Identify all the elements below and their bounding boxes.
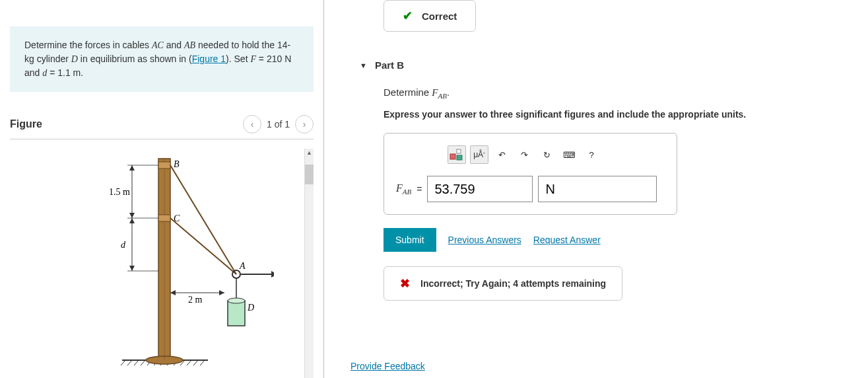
svg-rect-40	[450, 154, 455, 159]
var-ac: AC	[152, 40, 164, 50]
svg-marker-21	[129, 213, 135, 218]
svg-line-12	[193, 360, 198, 365]
svg-marker-32	[271, 271, 274, 278]
determine-text: Determine FAB.	[384, 87, 842, 100]
part-b-header[interactable]: ▼ Part B	[360, 52, 842, 87]
label-width: 2 m	[188, 295, 203, 305]
svg-line-29	[170, 218, 236, 274]
answer-row: FAB =	[396, 176, 657, 202]
figure-next-button[interactable]: ›	[295, 115, 314, 133]
templates-icon	[450, 149, 464, 161]
svg-rect-41	[457, 149, 461, 153]
help-button[interactable]: ?	[582, 145, 601, 164]
svg-line-1	[121, 360, 125, 365]
units-button[interactable]: μÅ °	[470, 145, 488, 164]
figure-counter: 1 of 1	[267, 119, 290, 130]
problem-text: Determine the forces in cables	[24, 40, 152, 50]
previous-answers-link[interactable]: Previous Answers	[448, 235, 521, 245]
figure-link[interactable]: Figure 1	[192, 54, 226, 64]
answer-unit-input[interactable]	[538, 176, 657, 202]
figure-nav: ‹ 1 of 1 ›	[243, 115, 314, 133]
submit-row: Submit Previous Answers Request Answer	[384, 228, 842, 252]
figure-area: B C 1.5 m d A F	[10, 149, 314, 378]
svg-line-4	[141, 360, 145, 365]
part-b-feedback: ✖ Incorrect; Try Again; 4 attempts remai…	[384, 266, 622, 301]
svg-marker-25	[129, 218, 135, 223]
svg-line-2	[127, 360, 132, 365]
svg-marker-20	[129, 165, 135, 170]
var-d-cyl: D	[71, 54, 78, 64]
svg-line-3	[134, 360, 139, 365]
instruction-text: Express your answer to three significant…	[384, 109, 842, 120]
svg-point-35	[228, 298, 245, 303]
label-d-cyl: D	[247, 303, 254, 313]
answer-toolbar: μÅ ° ↶ ↷ ↻ ⌨ ?	[448, 145, 657, 164]
request-answer-link[interactable]: Request Answer	[533, 235, 601, 245]
part-b-title: Part B	[375, 59, 404, 71]
answer-var-label: FAB	[396, 182, 411, 196]
label-b: B	[174, 159, 180, 169]
provide-feedback-link[interactable]: Provide Feedback	[351, 361, 425, 371]
scroll-up-icon[interactable]: ▲	[305, 149, 314, 157]
figure-title: Figure	[10, 118, 42, 130]
caret-down-icon: ▼	[360, 61, 367, 69]
svg-rect-42	[457, 155, 462, 160]
var-ab: AB	[184, 40, 195, 50]
problem-statement: Determine the forces in cables AC and AB…	[10, 26, 314, 92]
svg-line-13	[200, 360, 205, 365]
correct-text: Correct	[422, 11, 457, 22]
keyboard-button[interactable]: ⌨	[560, 145, 578, 164]
var-f: F	[250, 54, 256, 64]
figure-prev-button[interactable]: ‹	[243, 115, 261, 133]
label-a: A	[239, 261, 246, 271]
svg-rect-18	[158, 215, 170, 221]
equals-sign: =	[417, 184, 422, 194]
part-a-feedback: ✔ Correct	[384, 0, 476, 32]
svg-rect-34	[228, 301, 245, 326]
label-height: 1.5 m	[109, 187, 130, 197]
redo-button[interactable]: ↷	[515, 145, 533, 164]
cross-icon: ✖	[400, 276, 410, 291]
reset-button[interactable]: ↻	[537, 145, 556, 164]
templates-button[interactable]	[448, 145, 466, 164]
submit-button[interactable]: Submit	[384, 228, 436, 252]
figure-scrollbar[interactable]: ▲ ▼	[304, 149, 314, 378]
svg-marker-38	[219, 290, 224, 295]
label-d: d	[121, 240, 126, 250]
svg-marker-37	[170, 290, 176, 295]
figure-svg: B C 1.5 m d A F	[50, 149, 274, 373]
answer-value-input[interactable]	[427, 176, 533, 202]
scroll-thumb[interactable]	[305, 165, 314, 184]
figure-header: Figure ‹ 1 of 1 ›	[10, 115, 314, 139]
feedback-text: Incorrect; Try Again; 4 attempts remaini…	[420, 278, 606, 289]
svg-line-28	[170, 165, 236, 274]
svg-marker-26	[129, 266, 135, 271]
undo-button[interactable]: ↶	[492, 145, 511, 164]
svg-rect-17	[158, 162, 170, 169]
answer-box: μÅ ° ↶ ↷ ↻ ⌨ ? FAB =	[384, 133, 677, 215]
svg-line-11	[187, 360, 191, 365]
check-icon: ✔	[403, 9, 413, 23]
